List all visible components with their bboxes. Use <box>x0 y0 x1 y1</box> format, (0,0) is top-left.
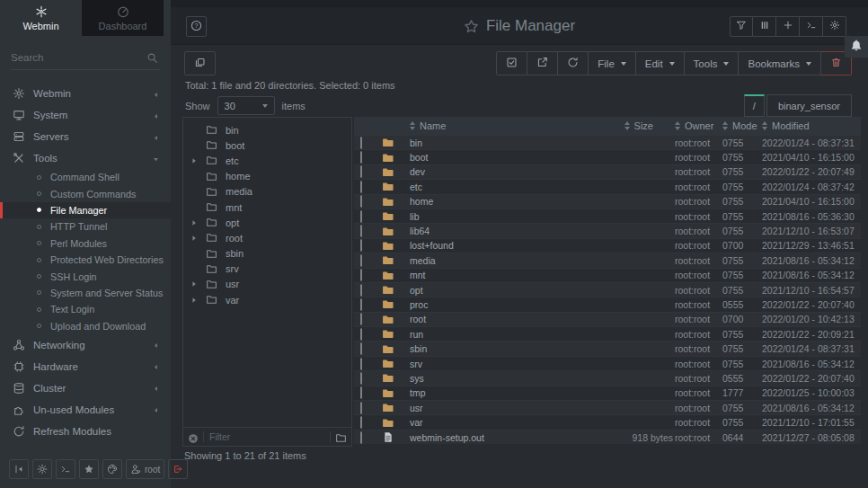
sidebar-category-tools[interactable]: Tools <box>0 147 171 169</box>
tree-item-bin[interactable]: bin <box>183 122 351 138</box>
theme-palette-button[interactable] <box>102 459 122 479</box>
sidebar-item-system-and-server-status[interactable]: System and Server Status <box>0 285 171 301</box>
cell-name[interactable]: srv <box>410 359 589 369</box>
cell-name[interactable]: proc <box>410 299 589 310</box>
search-input[interactable] <box>11 50 146 65</box>
table-row[interactable]: devroot:root07552022/01/22 - 20:07:49 <box>354 164 861 179</box>
clear-filter-icon[interactable] <box>188 431 199 442</box>
tree-item-sbin[interactable]: sbin <box>183 246 351 262</box>
sidebar-item-custom-commands[interactable]: Custom Commands <box>0 185 171 201</box>
cell-name[interactable]: boot <box>410 152 589 163</box>
tab-dashboard[interactable]: Dashboard <box>82 0 164 36</box>
sidebar-category-hardware[interactable]: Hardware <box>0 356 171 377</box>
sidebar-item-text-login[interactable]: Text Login <box>0 301 171 317</box>
favorites-button[interactable] <box>79 459 99 479</box>
row-checkbox[interactable] <box>360 151 362 164</box>
menu-file[interactable]: File <box>589 51 636 75</box>
cell-name[interactable]: webmin-setup.out <box>410 432 589 443</box>
terminal-button[interactable] <box>800 16 823 37</box>
cell-name[interactable]: usr <box>410 403 589 413</box>
table-row[interactable]: mntroot:root07552021/08/16 - 05:34:12 <box>354 268 861 282</box>
cell-name[interactable]: root <box>410 314 589 324</box>
table-row[interactable]: optroot:root07552021/12/10 - 16:54:57 <box>354 282 861 297</box>
column-header-name[interactable]: Name <box>410 120 589 131</box>
row-checkbox[interactable] <box>360 269 362 281</box>
sidebar-category-un-used-modules[interactable]: Un-used Modules <box>0 399 171 421</box>
sidebar-item-upload-and-download[interactable]: Upload and Download <box>0 318 171 334</box>
cell-name[interactable]: lib64 <box>410 226 589 236</box>
table-row[interactable]: runroot:root07552022/01/22 - 20:09:21 <box>354 326 861 341</box>
cell-name[interactable]: etc <box>410 182 589 192</box>
add-button[interactable] <box>776 16 800 37</box>
export-button[interactable] <box>527 51 558 75</box>
row-checkbox[interactable] <box>360 298 362 311</box>
table-row[interactable]: mediaroot:root07552021/08/16 - 05:34:12 <box>354 253 861 267</box>
menu-tools[interactable]: Tools <box>685 51 740 75</box>
columns-button[interactable] <box>753 16 776 37</box>
row-checkbox[interactable] <box>360 416 362 429</box>
sidebar-category-system[interactable]: System <box>0 104 171 126</box>
sort-icon[interactable] <box>722 121 728 130</box>
row-checkbox[interactable] <box>360 210 362 223</box>
folder-select-icon[interactable] <box>335 431 347 443</box>
table-row[interactable]: rootroot:root07002022/01/20 - 10:42:13 <box>354 312 861 326</box>
tree-item-mnt[interactable]: mnt <box>183 200 351 215</box>
table-row[interactable]: sbinroot:root07552022/01/24 - 08:37:31 <box>354 341 861 355</box>
table-row[interactable]: etcroot:root07552022/01/24 - 08:37:42 <box>354 179 861 193</box>
refresh-button[interactable] <box>558 51 589 75</box>
cell-name[interactable]: tmp <box>410 387 589 398</box>
copy-path-button[interactable] <box>184 51 216 75</box>
row-checkbox[interactable] <box>360 328 362 341</box>
row-checkbox[interactable] <box>360 239 362 252</box>
table-row[interactable]: tmproot:root17772022/01/25 - 10:00:03 <box>354 386 861 400</box>
table-row[interactable]: srvroot:root07552021/08/16 - 05:34:12 <box>354 356 861 370</box>
caret-right-icon[interactable] <box>190 279 199 288</box>
caret-right-icon[interactable] <box>190 296 199 305</box>
row-checkbox[interactable] <box>360 284 362 297</box>
notifications-bell[interactable] <box>845 36 868 58</box>
cell-name[interactable]: lib <box>410 211 589 222</box>
table-row[interactable]: usrroot:root07552021/08/16 - 05:34:12 <box>354 400 861 414</box>
cell-name[interactable]: mnt <box>410 270 589 280</box>
row-checkbox[interactable] <box>360 402 362 414</box>
row-checkbox[interactable] <box>360 431 362 444</box>
sort-icon[interactable] <box>675 121 680 130</box>
row-checkbox[interactable] <box>360 313 362 325</box>
sidebar-item-http-tunnel[interactable]: HTTP Tunnel <box>0 218 171 235</box>
cell-name[interactable]: bin <box>410 138 589 148</box>
user-button[interactable]: root <box>126 459 164 479</box>
sidebar-category-webmin[interactable]: Webmin <box>0 83 171 104</box>
tree-item-root[interactable]: root <box>183 230 351 245</box>
tree-item-var[interactable]: var <box>183 292 351 307</box>
tab-webmin[interactable]: Webmin <box>0 0 82 36</box>
tree-item-etc[interactable]: etc <box>183 153 351 168</box>
select-all-button[interactable] <box>496 51 527 75</box>
cell-name[interactable]: run <box>410 329 589 340</box>
row-checkbox[interactable] <box>360 165 362 178</box>
table-row[interactable]: libroot:root07552021/08/16 - 05:36:30 <box>354 209 861 223</box>
tree-item-usr[interactable]: usr <box>183 277 351 292</box>
filter-button[interactable] <box>730 16 753 37</box>
table-row[interactable]: sysroot:root05552022/01/22 - 20:07:40 <box>354 370 861 385</box>
cell-name[interactable]: media <box>410 255 589 266</box>
row-checkbox[interactable] <box>360 372 362 385</box>
page-size-select[interactable]: 30 <box>217 96 275 115</box>
sidebar-item-file-manager[interactable]: File Manager <box>0 202 171 218</box>
sidebar-item-perl-modules[interactable]: Perl Modules <box>0 235 171 252</box>
sidebar-category-servers[interactable]: Servers <box>0 126 171 147</box>
menu-bookmarks[interactable]: Bookmarks <box>739 51 821 75</box>
sidebar-item-protected-web-directories[interactable]: Protected Web Directories <box>0 252 171 268</box>
collapse-sidebar-button[interactable] <box>9 459 29 479</box>
column-header-modified[interactable]: Modified <box>762 120 861 131</box>
tree-item-media[interactable]: media <box>183 184 351 200</box>
cell-name[interactable]: sys <box>410 373 589 384</box>
logout-button[interactable] <box>168 459 188 479</box>
tree-item-opt[interactable]: opt <box>183 215 351 230</box>
table-row[interactable]: binroot:root07552022/01/24 - 08:37:31 <box>354 135 861 149</box>
cell-name[interactable]: opt <box>410 285 589 296</box>
caret-right-icon[interactable] <box>190 156 199 165</box>
sidebar-category-cluster[interactable]: Cluster <box>0 377 171 399</box>
table-row[interactable]: lost+foundroot:root07002021/12/29 - 13:4… <box>354 238 861 253</box>
favorite-star-icon[interactable] <box>464 19 479 34</box>
column-header-mode[interactable]: Mode <box>722 120 762 131</box>
